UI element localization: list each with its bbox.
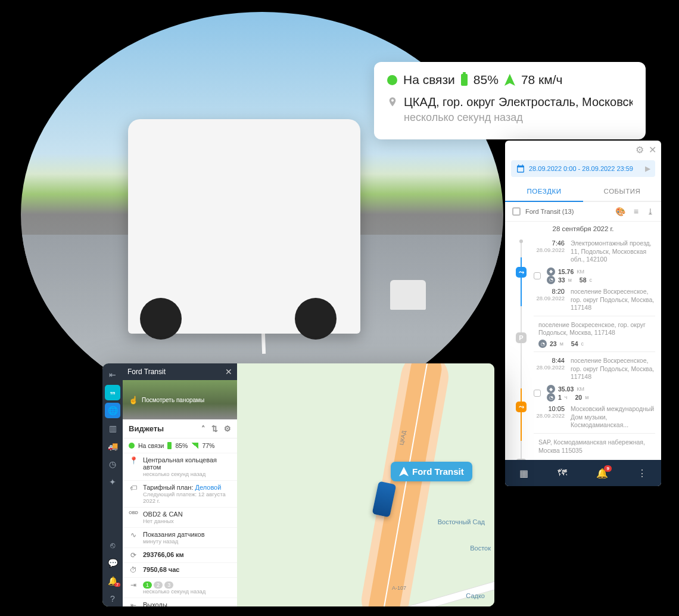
address: Московский международный Дом музыки, Кос… xyxy=(571,405,655,430)
trip-start[interactable]: 8:4428.09.2022 поселение Воскресенское, … xyxy=(534,356,655,382)
address: поселение Воскресенское, гор. округ Подо… xyxy=(571,357,655,381)
badge: 7 xyxy=(114,583,120,587)
hours-value: 7950,68 час xyxy=(143,566,179,573)
nav-map-icon[interactable]: 🗺 xyxy=(557,468,567,478)
tab-trips[interactable]: ПОЕЗДКИ xyxy=(505,182,583,202)
nav-tp[interactable]: тп xyxy=(105,385,120,400)
timeline-segment-2 xyxy=(521,388,522,441)
nav-chat-icon[interactable]: 💬 xyxy=(105,555,120,571)
nav-more-icon[interactable]: ⋮ xyxy=(637,468,647,479)
address-row: ЦКАД, гор. округ Электросталь, Московск … xyxy=(387,95,633,124)
widget-title: OBD2 & CAN xyxy=(143,511,231,518)
widget-tariff[interactable]: 🏷Тарифный план: ДеловойСледующий платеж:… xyxy=(123,481,237,508)
widget-sensors[interactable]: ∿Показания датчиковминуту назад xyxy=(123,528,237,548)
close-icon[interactable]: ✕ xyxy=(225,367,232,377)
duration-s: 58 xyxy=(580,276,587,284)
nav-bell-icon[interactable]: 🔔9 xyxy=(596,468,608,479)
collapse-icon[interactable]: ˄ xyxy=(201,424,205,433)
parking-node-icon[interactable]: P xyxy=(516,332,527,343)
widget-location[interactable]: 📍Центральная кольцевая автомнесколько се… xyxy=(123,453,237,481)
widget-obd[interactable]: OBDOBD2 & CANНет данных xyxy=(123,508,237,528)
battery-value: 85% xyxy=(474,73,499,87)
map[interactable]: ЦКАД A-107 Восточный Сад Восток Садко Fo… xyxy=(237,363,494,606)
parking-node-icon[interactable]: P xyxy=(516,459,527,460)
widgets-list: 📍Центральная кольцевая автомнесколько се… xyxy=(123,453,237,606)
download-icon[interactable]: ⤓ xyxy=(647,207,654,216)
trip-checkbox[interactable] xyxy=(534,390,541,397)
nav-exit-icon[interactable]: ⎋ xyxy=(105,537,120,553)
date-range-picker[interactable]: 28.09.2022 0:00 - 28.09.2022 23:59 ▶ xyxy=(511,160,655,177)
time: 7:46 xyxy=(552,239,565,247)
nav-reports-icon[interactable]: ▥ xyxy=(105,421,120,436)
widget-hours[interactable]: ⏱7950,68 час xyxy=(123,563,237,578)
collapse-icon[interactable]: ⇤ xyxy=(105,367,120,382)
date: 28.09.2022 xyxy=(534,247,565,253)
distant-van xyxy=(390,280,426,310)
dist-unit: КМ xyxy=(577,269,584,275)
widget-odometer[interactable]: ⟳293766,06 км xyxy=(123,548,237,563)
widget-outputs[interactable]: ⇤Выходынесколько секунд назад xyxy=(123,598,237,606)
tag-icon: 🏷 xyxy=(129,484,138,492)
settings-gear-icon[interactable]: ⚙ xyxy=(636,144,644,155)
date: 28.09.2022 xyxy=(534,412,565,419)
address: поселение Воскресенское, гор. округ Подо… xyxy=(571,288,655,312)
nav-globe-icon[interactable]: 🌐 xyxy=(105,403,120,418)
trip-end[interactable]: 8:2028.09.2022 поселение Воскресенское, … xyxy=(534,287,655,313)
nav-plugins-icon[interactable]: ✦ xyxy=(105,474,120,490)
address-text: ЦКАД, гор. округ Электросталь, Московск xyxy=(404,95,633,109)
panorama-label: Посмотреть панорамы xyxy=(142,397,204,403)
nav-dashboard-icon[interactable]: ▦ xyxy=(519,468,528,479)
nav-time-icon[interactable]: ◷ xyxy=(105,456,120,472)
input-icon: ⇥ xyxy=(129,581,138,589)
trip-node-icon[interactable]: ⤳ xyxy=(516,267,527,278)
close-icon[interactable]: ✕ xyxy=(649,144,656,155)
list-view-icon[interactable]: ≡ xyxy=(634,207,638,216)
panorama-preview[interactable]: ☝ Посмотреть панорамы xyxy=(123,380,237,419)
widget-sub: Нет данных xyxy=(143,518,231,524)
speed-value: 78 км/ч xyxy=(521,73,563,87)
trips-timeline[interactable]: ⤳ P ⤳ P 7:4628.09.2022 Электромонтажный … xyxy=(505,236,661,460)
separator xyxy=(534,351,655,352)
trip-metrics-row: ◆35.03КМ ◔1ч 20м xyxy=(534,384,655,403)
play-icon[interactable]: ▶ xyxy=(645,164,650,173)
trip-end[interactable]: 10:0528.09.2022 Московский международный… xyxy=(534,404,655,431)
widget-inputs[interactable]: ⇥1 2 3несколько секунд назад xyxy=(123,578,237,598)
parking-address[interactable]: SAP, Космодамианская набережная, Москва … xyxy=(538,437,655,457)
trip-checkbox[interactable] xyxy=(534,272,541,279)
trip-node-icon[interactable]: ⤳ xyxy=(516,402,527,412)
gear-icon[interactable]: ⚙ xyxy=(224,424,231,433)
trip-metrics-row: ◆15.76КМ ◔33м 58с xyxy=(534,266,655,285)
highway xyxy=(358,363,453,606)
select-all-checkbox[interactable] xyxy=(512,207,521,216)
online-dot-icon xyxy=(387,75,397,85)
pin-icon xyxy=(387,95,398,108)
nav-fleet-icon[interactable]: 🚚 xyxy=(105,438,120,454)
duration-m: 20 xyxy=(575,394,582,401)
park-s: 54 xyxy=(571,340,578,347)
address: Электромонтажный проезд, 11, Подольск, М… xyxy=(571,239,655,264)
odometer-icon: ⟳ xyxy=(129,551,138,559)
tab-events[interactable]: СОБЫТИЯ xyxy=(583,182,661,201)
nav-help-icon[interactable]: ? xyxy=(105,591,120,606)
van-graphic xyxy=(128,119,360,334)
address-updated: несколько секунд назад xyxy=(404,111,633,124)
tariff-link[interactable]: Деловой xyxy=(195,484,222,491)
trip-start[interactable]: 7:4628.09.2022 Электромонтажный проезд, … xyxy=(534,238,655,265)
nav-bell-icon[interactable]: 🔔7 xyxy=(105,573,120,589)
bottom-nav: ▦ 🗺 🔔9 ⋮ xyxy=(505,460,661,486)
widget-sub: несколько секунд назад xyxy=(143,588,231,595)
heading-arrow-icon xyxy=(504,74,515,86)
palette-icon[interactable]: 🎨 xyxy=(615,207,625,216)
parking-address[interactable]: поселение Воскресенское, гор. округ Подо… xyxy=(538,320,655,340)
distance: 15.76 xyxy=(558,268,574,275)
widget-title: Показания датчиков xyxy=(143,531,231,538)
wave-icon: ∿ xyxy=(129,531,138,539)
battery-icon xyxy=(167,442,172,449)
reorder-icon[interactable]: ⇅ xyxy=(211,424,218,433)
widget-sub: минуту назад xyxy=(143,538,231,545)
widgets-title: Виджеты xyxy=(129,424,164,433)
trips-tabs: ПОЕЗДКИ СОБЫТИЯ xyxy=(505,182,661,202)
trips-date-heading: 28 сентября 2022 г. xyxy=(505,222,661,236)
obd-icon: OBD xyxy=(129,511,138,515)
vehicle-label-marker[interactable]: Ford Transit xyxy=(391,462,472,481)
